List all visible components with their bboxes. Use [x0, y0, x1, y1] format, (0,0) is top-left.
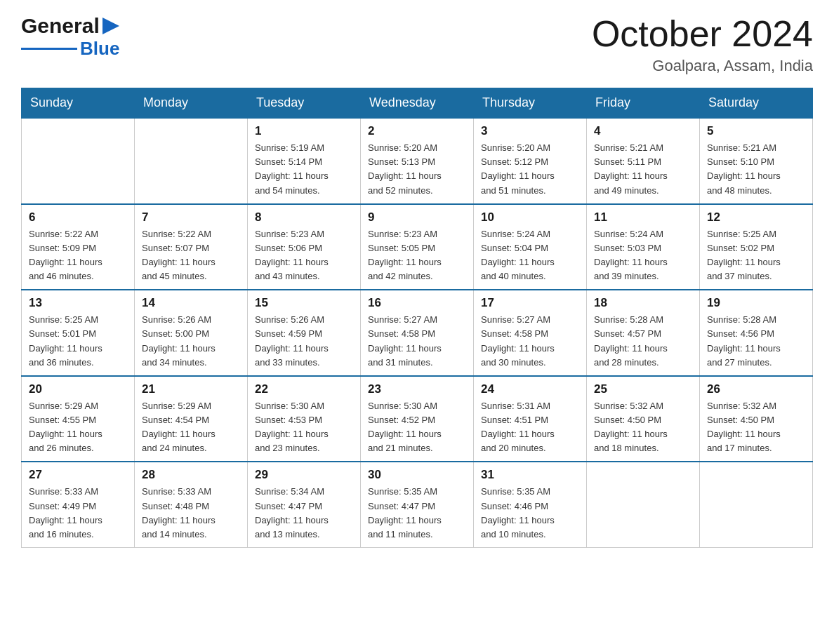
day-number: 22: [255, 382, 353, 396]
day-info: Sunrise: 5:23 AM Sunset: 5:06 PM Dayligh…: [255, 227, 353, 284]
day-number: 21: [142, 382, 240, 396]
calendar-cell: 9Sunrise: 5:23 AM Sunset: 5:05 PM Daylig…: [361, 204, 474, 290]
day-info: Sunrise: 5:24 AM Sunset: 5:03 PM Dayligh…: [594, 227, 692, 284]
day-info: Sunrise: 5:20 AM Sunset: 5:13 PM Dayligh…: [368, 141, 466, 198]
calendar-cell: 31Sunrise: 5:35 AM Sunset: 4:46 PM Dayli…: [474, 462, 587, 547]
calendar-cell: 27Sunrise: 5:33 AM Sunset: 4:49 PM Dayli…: [22, 462, 135, 547]
day-number: 3: [481, 124, 579, 138]
day-info: Sunrise: 5:24 AM Sunset: 5:04 PM Dayligh…: [481, 227, 579, 284]
calendar-cell: 21Sunrise: 5:29 AM Sunset: 4:54 PM Dayli…: [135, 376, 248, 462]
day-number: 27: [29, 468, 127, 482]
day-number: 23: [368, 382, 466, 396]
week-row-2: 6Sunrise: 5:22 AM Sunset: 5:09 PM Daylig…: [22, 204, 813, 290]
day-number: 2: [368, 124, 466, 138]
day-number: 10: [481, 210, 579, 224]
day-info: Sunrise: 5:25 AM Sunset: 5:02 PM Dayligh…: [707, 227, 805, 284]
day-number: 16: [368, 296, 466, 310]
week-row-4: 20Sunrise: 5:29 AM Sunset: 4:55 PM Dayli…: [22, 376, 813, 462]
day-number: 25: [594, 382, 692, 396]
calendar-cell: [135, 118, 248, 204]
day-info: Sunrise: 5:35 AM Sunset: 4:46 PM Dayligh…: [481, 485, 579, 542]
day-info: Sunrise: 5:27 AM Sunset: 4:58 PM Dayligh…: [481, 313, 579, 370]
calendar-cell: 8Sunrise: 5:23 AM Sunset: 5:06 PM Daylig…: [248, 204, 361, 290]
day-number: 12: [707, 210, 805, 224]
day-info: Sunrise: 5:25 AM Sunset: 5:01 PM Dayligh…: [29, 313, 127, 370]
weekday-header-thursday: Thursday: [474, 88, 587, 119]
day-info: Sunrise: 5:22 AM Sunset: 5:09 PM Dayligh…: [29, 227, 127, 284]
day-info: Sunrise: 5:35 AM Sunset: 4:47 PM Dayligh…: [368, 485, 466, 542]
day-number: 28: [142, 468, 240, 482]
day-info: Sunrise: 5:27 AM Sunset: 4:58 PM Dayligh…: [368, 313, 466, 370]
day-info: Sunrise: 5:28 AM Sunset: 4:56 PM Dayligh…: [707, 313, 805, 370]
calendar-cell: 20Sunrise: 5:29 AM Sunset: 4:55 PM Dayli…: [22, 376, 135, 462]
calendar-cell: 28Sunrise: 5:33 AM Sunset: 4:48 PM Dayli…: [135, 462, 248, 547]
calendar-cell: 2Sunrise: 5:20 AM Sunset: 5:13 PM Daylig…: [361, 118, 474, 204]
calendar-cell: 10Sunrise: 5:24 AM Sunset: 5:04 PM Dayli…: [474, 204, 587, 290]
calendar-cell: 22Sunrise: 5:30 AM Sunset: 4:53 PM Dayli…: [248, 376, 361, 462]
day-number: 9: [368, 210, 466, 224]
calendar-cell: 29Sunrise: 5:34 AM Sunset: 4:47 PM Dayli…: [248, 462, 361, 547]
day-number: 11: [594, 210, 692, 224]
calendar-cell: 17Sunrise: 5:27 AM Sunset: 4:58 PM Dayli…: [474, 290, 587, 376]
day-number: 24: [481, 382, 579, 396]
day-info: Sunrise: 5:32 AM Sunset: 4:50 PM Dayligh…: [594, 399, 692, 456]
week-row-5: 27Sunrise: 5:33 AM Sunset: 4:49 PM Dayli…: [22, 462, 813, 547]
day-info: Sunrise: 5:22 AM Sunset: 5:07 PM Dayligh…: [142, 227, 240, 284]
calendar-cell: 4Sunrise: 5:21 AM Sunset: 5:11 PM Daylig…: [587, 118, 700, 204]
calendar-cell: 25Sunrise: 5:32 AM Sunset: 4:50 PM Dayli…: [587, 376, 700, 462]
logo-blue: Blue: [80, 38, 119, 60]
day-info: Sunrise: 5:19 AM Sunset: 5:14 PM Dayligh…: [255, 141, 353, 198]
day-info: Sunrise: 5:26 AM Sunset: 4:59 PM Dayligh…: [255, 313, 353, 370]
day-number: 18: [594, 296, 692, 310]
calendar-table: SundayMondayTuesdayWednesdayThursdayFrid…: [21, 88, 813, 548]
weekday-header-tuesday: Tuesday: [248, 88, 361, 119]
title-section: October 2024 Goalpara, Assam, India: [592, 14, 813, 75]
day-number: 17: [481, 296, 579, 310]
day-number: 26: [707, 382, 805, 396]
day-info: Sunrise: 5:31 AM Sunset: 4:51 PM Dayligh…: [481, 399, 579, 456]
calendar-cell: 19Sunrise: 5:28 AM Sunset: 4:56 PM Dayli…: [700, 290, 813, 376]
week-row-1: 1Sunrise: 5:19 AM Sunset: 5:14 PM Daylig…: [22, 118, 813, 204]
day-info: Sunrise: 5:21 AM Sunset: 5:11 PM Dayligh…: [594, 141, 692, 198]
logo-triangle-icon: [101, 15, 121, 37]
day-info: Sunrise: 5:30 AM Sunset: 4:53 PM Dayligh…: [255, 399, 353, 456]
day-number: 6: [29, 210, 127, 224]
day-number: 30: [368, 468, 466, 482]
day-info: Sunrise: 5:26 AM Sunset: 5:00 PM Dayligh…: [142, 313, 240, 370]
calendar-cell: 18Sunrise: 5:28 AM Sunset: 4:57 PM Dayli…: [587, 290, 700, 376]
day-info: Sunrise: 5:28 AM Sunset: 4:57 PM Dayligh…: [594, 313, 692, 370]
day-info: Sunrise: 5:23 AM Sunset: 5:05 PM Dayligh…: [368, 227, 466, 284]
day-number: 15: [255, 296, 353, 310]
calendar-cell: 6Sunrise: 5:22 AM Sunset: 5:09 PM Daylig…: [22, 204, 135, 290]
day-number: 7: [142, 210, 240, 224]
calendar-cell: 16Sunrise: 5:27 AM Sunset: 4:58 PM Dayli…: [361, 290, 474, 376]
weekday-header-wednesday: Wednesday: [361, 88, 474, 119]
day-info: Sunrise: 5:29 AM Sunset: 4:55 PM Dayligh…: [29, 399, 127, 456]
calendar-cell: [22, 118, 135, 204]
day-number: 13: [29, 296, 127, 310]
subtitle: Goalpara, Assam, India: [592, 57, 813, 75]
calendar-cell: 23Sunrise: 5:30 AM Sunset: 4:52 PM Dayli…: [361, 376, 474, 462]
day-number: 19: [707, 296, 805, 310]
day-number: 1: [255, 124, 353, 138]
week-row-3: 13Sunrise: 5:25 AM Sunset: 5:01 PM Dayli…: [22, 290, 813, 376]
weekday-header-monday: Monday: [135, 88, 248, 119]
day-info: Sunrise: 5:20 AM Sunset: 5:12 PM Dayligh…: [481, 141, 579, 198]
day-number: 31: [481, 468, 579, 482]
calendar-cell: 15Sunrise: 5:26 AM Sunset: 4:59 PM Dayli…: [248, 290, 361, 376]
day-info: Sunrise: 5:30 AM Sunset: 4:52 PM Dayligh…: [368, 399, 466, 456]
calendar-cell: 12Sunrise: 5:25 AM Sunset: 5:02 PM Dayli…: [700, 204, 813, 290]
calendar-cell: 26Sunrise: 5:32 AM Sunset: 4:50 PM Dayli…: [700, 376, 813, 462]
day-number: 20: [29, 382, 127, 396]
day-info: Sunrise: 5:29 AM Sunset: 4:54 PM Dayligh…: [142, 399, 240, 456]
weekday-header-sunday: Sunday: [22, 88, 135, 119]
day-info: Sunrise: 5:33 AM Sunset: 4:48 PM Dayligh…: [142, 485, 240, 542]
day-number: 4: [594, 124, 692, 138]
logo-general: General: [21, 14, 100, 38]
calendar-cell: 14Sunrise: 5:26 AM Sunset: 5:00 PM Dayli…: [135, 290, 248, 376]
calendar-cell: 11Sunrise: 5:24 AM Sunset: 5:03 PM Dayli…: [587, 204, 700, 290]
day-info: Sunrise: 5:33 AM Sunset: 4:49 PM Dayligh…: [29, 485, 127, 542]
day-number: 8: [255, 210, 353, 224]
calendar-cell: 30Sunrise: 5:35 AM Sunset: 4:47 PM Dayli…: [361, 462, 474, 547]
svg-marker-0: [102, 18, 119, 34]
